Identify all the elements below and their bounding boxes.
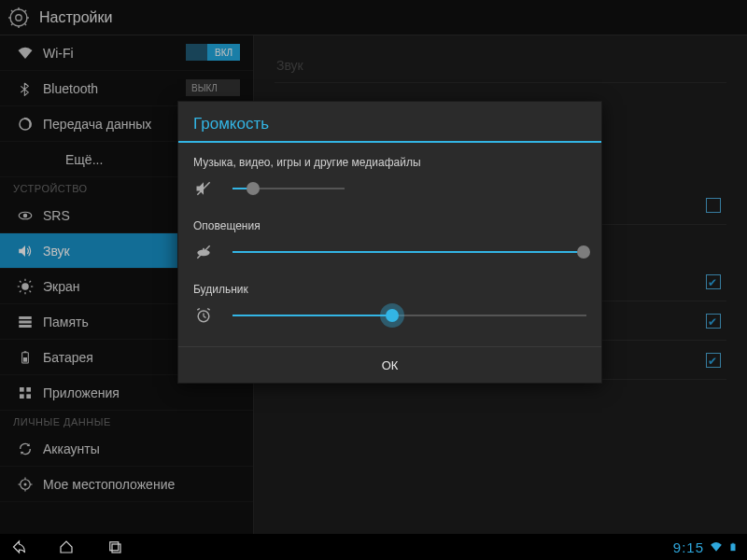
home-button[interactable] (58, 539, 75, 555)
battery-status-icon (728, 540, 738, 553)
wifi-status-icon (710, 540, 723, 553)
volume-dialog: Громкость Музыка, видео, игры и другие м… (177, 101, 602, 384)
svg-rect-47 (110, 542, 119, 551)
alarm-volume-slider[interactable] (233, 306, 586, 325)
media-mute-icon (193, 178, 214, 199)
svg-line-44 (204, 316, 206, 318)
svg-rect-49 (731, 544, 736, 552)
svg-rect-48 (112, 544, 120, 553)
dialog-title: Громкость (178, 102, 601, 141)
alarm-volume-row (193, 305, 586, 326)
notif-volume-row (193, 242, 586, 262)
dialog-footer: ОК (178, 346, 601, 383)
media-volume-row (193, 178, 586, 199)
alarm-icon (193, 305, 214, 326)
media-volume-slider[interactable] (233, 179, 345, 198)
notif-volume-slider[interactable] (233, 243, 586, 261)
notif-volume-label: Оповещения (193, 219, 586, 232)
status-clock: 9:15 (673, 539, 704, 555)
svg-rect-50 (732, 543, 735, 544)
recents-button[interactable] (106, 539, 123, 555)
media-volume-label: Музыка, видео, игры и другие медиафайлы (193, 156, 586, 169)
ok-button[interactable]: ОК (382, 358, 399, 372)
system-navbar: 9:15 (0, 534, 747, 560)
back-button[interactable] (9, 539, 26, 555)
notification-icon (193, 242, 214, 262)
dialog-separator (178, 141, 601, 143)
svg-line-46 (207, 309, 210, 311)
alarm-volume-label: Будильник (193, 283, 586, 296)
svg-line-45 (197, 309, 200, 311)
